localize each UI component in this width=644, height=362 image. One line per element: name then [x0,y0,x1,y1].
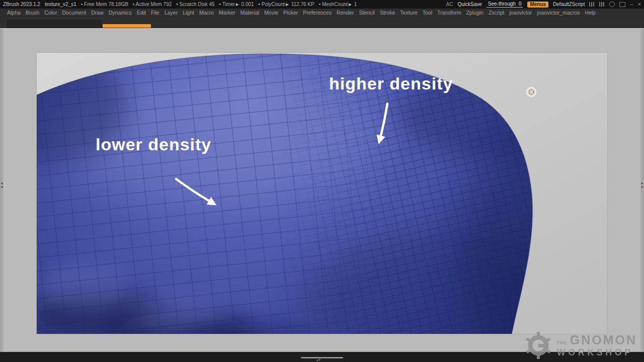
chevron-right-icon: ▸ [641,185,643,189]
app-title: ZBrush 2023.1.2 [3,2,40,7]
ui-layout-icon[interactable] [589,2,595,7]
higher-density-label: higher density [329,75,453,92]
stat-active-mem: • Active Mem 792 [133,2,172,7]
menu-layer[interactable]: Layer [165,10,178,16]
menu-joaovictor-macros[interactable]: joaovictor_macros [537,10,580,16]
chevron-left-icon: ◂ [1,185,3,189]
menu-document[interactable]: Document [62,10,86,16]
collapsed-palette-slot[interactable] [7,20,102,28]
see-through-value: 0 [519,1,522,7]
menu-movie[interactable]: Movie [264,10,278,16]
title-bar-left: ZBrush 2023.1.2 texture_v2_s1 • Free Mem… [0,2,357,7]
menu-edit[interactable]: Edit [137,10,146,16]
menus-button[interactable]: Menus [527,2,548,8]
maximize-icon[interactable] [619,2,625,7]
menu-light[interactable]: Light [183,10,194,16]
stat-free-mem: • Free Mem 78.18GB [81,2,128,7]
title-bar-right: AC QuickSave See-through 0 Menus Default… [446,1,644,8]
see-through-slider[interactable]: See-through 0 [487,1,523,8]
menu-draw[interactable]: Draw [91,10,104,16]
canvas-area[interactable]: ◂ ◂ ▸ ▸ [0,28,644,352]
scrollbar-arrows[interactable]: ▴▾ [316,358,321,362]
menu-tool[interactable]: Tool [423,10,432,16]
sculpt-document[interactable]: higher density lower density [37,53,607,334]
menu-texture[interactable]: Texture [400,10,417,16]
left-tray-edge [0,29,4,352]
menu-bar: Alpha Brush Color Document Draw Dynamics… [0,9,644,17]
menu-joaovictor[interactable]: joaovictor [509,10,532,16]
menu-alpha[interactable]: Alpha [7,10,21,16]
ui-divider-icon[interactable] [599,2,605,7]
toolbar-strip [0,17,644,28]
menu-dynamics[interactable]: Dynamics [109,10,132,16]
stat-scratch-disk: • Scratch Disk 45 [176,2,214,7]
default-zscript-button[interactable]: DefaultZScript [553,2,585,7]
stat-polycount: • PolyCount► 112.76 KP [259,2,314,7]
zbrush-window: ZBrush 2023.1.2 texture_v2_s1 • Free Mem… [0,0,644,362]
menu-stencil[interactable]: Stencil [359,10,375,16]
minimize-icon[interactable]: – [630,2,633,7]
scroll-down-icon: ▾ [319,358,321,361]
stat-meshcount: • MeshCount► 1 [319,2,357,7]
right-tray-edge [640,29,644,352]
menu-macro[interactable]: Macro [199,10,214,16]
horizontal-scrollbar[interactable] [301,357,343,358]
quicksave-button[interactable]: QuickSave [457,2,481,7]
rotate-cursor-icon [527,87,536,97]
menu-zplugin[interactable]: Zplugin [466,10,483,16]
active-tool-highlight[interactable] [103,24,151,28]
menu-help[interactable]: Help [585,10,596,16]
see-through-label: See-through [488,1,516,7]
menu-material[interactable]: Material [240,10,259,16]
menu-color[interactable]: Color [44,10,57,16]
left-tray-toggle-icon[interactable]: ◂ ◂ [0,182,4,189]
document-name: texture_v2_s1 [45,2,76,7]
menu-render[interactable]: Render [337,10,354,16]
menu-brush[interactable]: Brush [26,10,39,16]
menu-picker[interactable]: Picker [283,10,298,16]
menu-marker[interactable]: Marker [219,10,235,16]
sculpt-viewport-svg[interactable] [37,53,607,334]
lower-density-label: lower density [96,136,211,153]
menu-transform[interactable]: Transform [437,10,461,16]
color-profile-icon[interactable] [609,2,615,7]
close-icon[interactable]: × [638,2,641,7]
menu-stroke[interactable]: Stroke [380,10,395,16]
ac-indicator: AC [446,2,453,7]
menu-zscript[interactable]: Zscript [489,10,505,16]
title-bar: ZBrush 2023.1.2 texture_v2_s1 • Free Mem… [0,0,644,9]
right-tray-toggle-icon[interactable]: ▸ ▸ [640,182,644,189]
bottom-bar: ▴▾ [0,352,644,362]
stat-timer: • Timer► 0.001 [219,2,254,7]
menu-file[interactable]: File [151,10,159,16]
menu-preferences[interactable]: Preferences [303,10,332,16]
